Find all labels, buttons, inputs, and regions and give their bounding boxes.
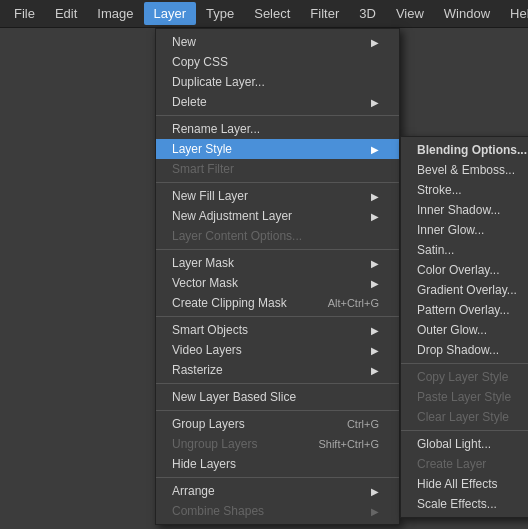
menu-filter[interactable]: Filter (300, 2, 349, 25)
menu-item-new-adjustment-layer[interactable]: New Adjustment Layer ▶ (156, 206, 399, 226)
submenu-item-scale-effects[interactable]: Scale Effects... (401, 494, 528, 514)
separator (401, 430, 528, 431)
menu-type[interactable]: Type (196, 2, 244, 25)
menu-3d[interactable]: 3D (349, 2, 386, 25)
separator (156, 182, 399, 183)
menu-item-smart-filter[interactable]: Smart Filter (156, 159, 399, 179)
menu-item-rasterize[interactable]: Rasterize ▶ (156, 360, 399, 380)
menu-item-new-fill-layer[interactable]: New Fill Layer ▶ (156, 186, 399, 206)
menu-item-rename-layer[interactable]: Rename Layer... (156, 119, 399, 139)
menu-item-new-layer-based-slice[interactable]: New Layer Based Slice (156, 387, 399, 407)
submenu-item-drop-shadow[interactable]: Drop Shadow... (401, 340, 528, 360)
arrow-icon: ▶ (371, 191, 379, 202)
menu-item-layer-style[interactable]: Layer Style ▶ (156, 139, 399, 159)
menu-window[interactable]: Window (434, 2, 500, 25)
menu-image[interactable]: Image (87, 2, 143, 25)
submenu-item-pattern-overlay[interactable]: Pattern Overlay... (401, 300, 528, 320)
menu-item-video-layers[interactable]: Video Layers ▶ (156, 340, 399, 360)
submenu-item-copy-layer-style[interactable]: Copy Layer Style (401, 367, 528, 387)
submenu-item-paste-layer-style[interactable]: Paste Layer Style (401, 387, 528, 407)
submenu-item-color-overlay[interactable]: Color Overlay... (401, 260, 528, 280)
submenu-item-outer-glow[interactable]: Outer Glow... (401, 320, 528, 340)
separator (156, 115, 399, 116)
submenu-item-gradient-overlay[interactable]: Gradient Overlay... (401, 280, 528, 300)
arrow-icon: ▶ (371, 486, 379, 497)
arrow-icon: ▶ (371, 365, 379, 376)
menu-item-combine-shapes[interactable]: Combine Shapes ▶ (156, 501, 399, 521)
layer-style-submenu: Blending Options... Bevel & Emboss... St… (400, 136, 528, 518)
menu-item-hide-layers[interactable]: Hide Layers (156, 454, 399, 474)
submenu-item-blending-options[interactable]: Blending Options... (401, 140, 528, 160)
menu-file[interactable]: File (4, 2, 45, 25)
separator (156, 477, 399, 478)
menu-item-layer-content-options[interactable]: Layer Content Options... (156, 226, 399, 246)
menu-item-delete[interactable]: Delete ▶ (156, 92, 399, 112)
arrow-icon: ▶ (371, 144, 379, 155)
menu-view[interactable]: View (386, 2, 434, 25)
submenu-item-clear-layer-style[interactable]: Clear Layer Style (401, 407, 528, 427)
submenu-item-create-layer[interactable]: Create Layer (401, 454, 528, 474)
menubar: File Edit Image Layer Type Select Filter… (0, 0, 528, 28)
menu-select[interactable]: Select (244, 2, 300, 25)
separator (156, 383, 399, 384)
menu-item-smart-objects[interactable]: Smart Objects ▶ (156, 320, 399, 340)
separator (156, 316, 399, 317)
separator (401, 363, 528, 364)
submenu-item-bevel-emboss[interactable]: Bevel & Emboss... (401, 160, 528, 180)
layer-menu-dropdown: New ▶ Copy CSS Duplicate Layer... Delete… (155, 28, 400, 525)
menu-item-duplicate-layer[interactable]: Duplicate Layer... (156, 72, 399, 92)
submenu-item-satin[interactable]: Satin... (401, 240, 528, 260)
arrow-icon: ▶ (371, 37, 379, 48)
menu-layer[interactable]: Layer (144, 2, 197, 25)
submenu-item-global-light[interactable]: Global Light... (401, 434, 528, 454)
separator (156, 249, 399, 250)
menu-item-copy-css[interactable]: Copy CSS (156, 52, 399, 72)
submenu-item-stroke[interactable]: Stroke... (401, 180, 528, 200)
menu-item-arrange[interactable]: Arrange ▶ (156, 481, 399, 501)
menu-item-create-clipping-mask[interactable]: Create Clipping Mask Alt+Ctrl+G (156, 293, 399, 313)
dropdown-container: New ▶ Copy CSS Duplicate Layer... Delete… (155, 28, 400, 525)
submenu-item-hide-all-effects[interactable]: Hide All Effects (401, 474, 528, 494)
arrow-icon: ▶ (371, 345, 379, 356)
separator (156, 410, 399, 411)
arrow-icon: ▶ (371, 97, 379, 108)
menu-item-ungroup-layers[interactable]: Ungroup Layers Shift+Ctrl+G (156, 434, 399, 454)
menu-item-layer-mask[interactable]: Layer Mask ▶ (156, 253, 399, 273)
menu-help[interactable]: Help (500, 2, 528, 25)
arrow-icon: ▶ (371, 325, 379, 336)
arrow-icon: ▶ (371, 278, 379, 289)
arrow-icon: ▶ (371, 506, 379, 517)
arrow-icon: ▶ (371, 258, 379, 269)
menu-item-vector-mask[interactable]: Vector Mask ▶ (156, 273, 399, 293)
menu-edit[interactable]: Edit (45, 2, 87, 25)
arrow-icon: ▶ (371, 211, 379, 222)
submenu-item-inner-glow[interactable]: Inner Glow... (401, 220, 528, 240)
menu-item-group-layers[interactable]: Group Layers Ctrl+G (156, 414, 399, 434)
menu-item-new[interactable]: New ▶ (156, 32, 399, 52)
submenu-item-inner-shadow[interactable]: Inner Shadow... (401, 200, 528, 220)
